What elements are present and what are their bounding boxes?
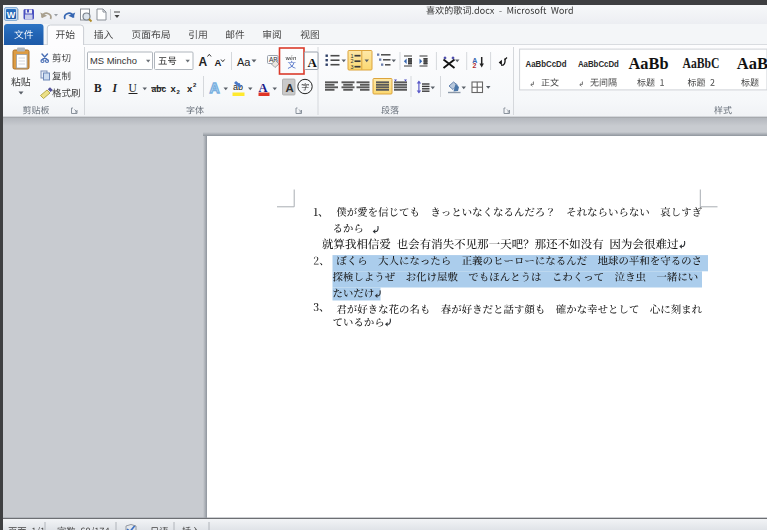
svg-text:A: A — [210, 80, 220, 96]
svg-text:Aa: Aa — [237, 56, 251, 68]
svg-text:AaBbCcDd: AaBbCcDd — [578, 58, 619, 69]
svg-text:A: A — [199, 55, 208, 69]
svg-text:A: A — [286, 82, 294, 94]
svg-text:2: 2 — [473, 62, 477, 69]
svg-text:3: 3 — [351, 64, 354, 70]
svg-text:AaBbC: AaBbC — [683, 56, 720, 71]
svg-text:I: I — [112, 82, 118, 94]
svg-text:MS Mincho: MS Mincho — [90, 55, 137, 66]
svg-text:AaBb: AaBb — [629, 53, 669, 73]
svg-text:U: U — [129, 82, 138, 94]
svg-text:AaBbCcDd: AaBbCcDd — [526, 58, 567, 69]
svg-text:W: W — [7, 10, 16, 20]
svg-text:A: A — [215, 57, 222, 68]
svg-text:AaBb: AaBb — [737, 54, 767, 73]
svg-text:A: A — [308, 55, 318, 70]
svg-text:abc: abc — [152, 84, 167, 94]
svg-text:B: B — [94, 82, 102, 94]
svg-text:A: A — [259, 81, 268, 95]
